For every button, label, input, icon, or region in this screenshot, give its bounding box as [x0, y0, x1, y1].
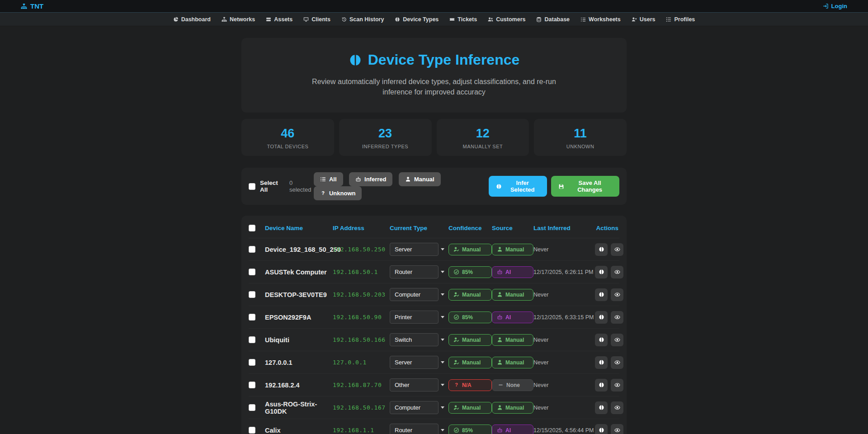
list-icon [320, 176, 326, 182]
confidence-label: Manual [462, 246, 481, 253]
device-name: 127.0.0.1 [265, 359, 333, 366]
view-row-button[interactable] [611, 379, 623, 392]
page-header-card: Device Type Inference Review automatical… [241, 38, 627, 113]
view-row-button[interactable] [611, 311, 623, 324]
confidence-label: Manual [462, 359, 481, 366]
current-type-select[interactable]: Server [390, 356, 439, 369]
current-type-select[interactable]: Switch [390, 333, 439, 346]
sitemap-icon [222, 17, 227, 22]
save-all-changes-button[interactable]: Save All Changes [551, 176, 619, 197]
nav-item-tickets[interactable]: Tickets [449, 16, 477, 23]
nav-item-scan-history[interactable]: Scan History [341, 16, 384, 23]
row-checkbox[interactable] [249, 291, 255, 298]
view-row-button[interactable] [611, 401, 623, 414]
view-row-button[interactable] [611, 266, 623, 278]
device-name: ASUSTek Computer [265, 269, 333, 276]
eye-icon [614, 427, 620, 433]
infer-row-button[interactable] [595, 401, 608, 414]
current-type-select[interactable]: Router [390, 265, 439, 278]
row-checkbox[interactable] [249, 269, 255, 275]
current-type-select[interactable]: Router [390, 424, 439, 434]
row-checkbox[interactable] [249, 382, 255, 388]
row-checkbox[interactable] [249, 336, 255, 343]
row-checkbox[interactable] [249, 404, 255, 411]
infer-row-button[interactable] [595, 334, 608, 346]
devices-table: Device Name IP Address Current Type Conf… [241, 216, 627, 434]
eye-icon [614, 359, 620, 365]
person-icon [405, 176, 411, 182]
filter-button-manual[interactable]: Manual [399, 172, 441, 186]
nav-item-users[interactable]: Users [632, 16, 656, 23]
person-icon [497, 246, 503, 252]
person-check-icon [453, 359, 459, 365]
nav-item-worksheets[interactable]: Worksheets [580, 16, 621, 23]
row-checkbox[interactable] [249, 359, 255, 366]
select-all-label: Select All [260, 179, 285, 193]
current-type-select[interactable]: Computer [390, 288, 439, 301]
col-confidence: Confidence [448, 225, 492, 231]
filter-button-inferred[interactable]: Inferred [349, 172, 392, 186]
check-circle-icon [453, 269, 459, 275]
toolbar-buttons: All Inferred Manual ? Unknown Infer Sele… [314, 172, 619, 200]
infer-row-button[interactable] [595, 424, 608, 434]
nav-item-profiles[interactable]: Profiles [666, 16, 695, 23]
stat-value: 46 [246, 127, 330, 141]
infer-row-button[interactable] [595, 266, 608, 278]
view-row-button[interactable] [611, 334, 623, 346]
infer-row-button[interactable] [595, 288, 608, 301]
current-type-select[interactable]: Other [390, 378, 439, 392]
last-inferred: 12/17/2025, 6:26:11 PM [533, 269, 595, 275]
person-check-icon [453, 405, 459, 410]
source-badge: AI [492, 266, 533, 278]
view-row-button[interactable] [611, 288, 623, 301]
view-row-button[interactable] [611, 356, 623, 369]
nav-item-assets[interactable]: Assets [266, 16, 292, 23]
infer-row-button[interactable] [595, 243, 608, 256]
last-inferred: 12/15/2025, 4:56:44 PM [533, 427, 595, 434]
stat-label: INFERRED TYPES [344, 144, 427, 149]
table-row: Device_192_168_50_250 192.168.50.250 Ser… [249, 238, 619, 261]
brain-icon [599, 337, 604, 343]
type-select-wrap: Server [390, 356, 448, 369]
nav-item-database[interactable]: Database [536, 16, 570, 23]
row-checkbox[interactable] [249, 246, 255, 253]
nav-item-label: Customers [496, 16, 525, 23]
users-icon [488, 17, 493, 22]
top-bar: TNT Login [0, 0, 868, 13]
type-select-wrap: Printer [390, 311, 448, 324]
source-label: AI [505, 314, 511, 321]
login-link[interactable]: Login [823, 3, 847, 9]
filter-button-all[interactable]: All [314, 172, 343, 186]
current-type-select[interactable]: Computer [390, 401, 439, 414]
stat-value: 23 [344, 127, 427, 141]
view-row-button[interactable] [611, 424, 623, 434]
device-name: EPSON292F9A [265, 314, 333, 321]
stat-label: TOTAL DEVICES [246, 144, 330, 149]
brain-icon [599, 359, 604, 365]
header-select-checkbox[interactable] [249, 225, 255, 231]
select-all-checkbox[interactable] [249, 183, 255, 190]
brand-logo[interactable]: TNT [21, 2, 43, 10]
current-type-select[interactable]: Printer [390, 311, 439, 324]
robot-icon [497, 269, 503, 275]
view-row-button[interactable] [611, 243, 623, 256]
current-type-select[interactable]: Server [390, 243, 439, 256]
source-badge: Manual [492, 289, 533, 301]
save-icon [558, 184, 564, 189]
server-icon [266, 17, 271, 22]
row-checkbox[interactable] [249, 314, 255, 321]
filter-button-unknown[interactable]: ? Unknown [314, 186, 362, 200]
infer-selected-button[interactable]: Infer Selected [489, 176, 547, 197]
nav-item-dashboard[interactable]: Dashboard [173, 16, 211, 23]
nav-item-customers[interactable]: Customers [488, 16, 525, 23]
confidence-badge: Manual [448, 244, 492, 255]
infer-row-button[interactable] [595, 311, 608, 324]
source-badge: Manual [492, 244, 533, 255]
infer-row-button[interactable] [595, 356, 608, 369]
row-checkbox[interactable] [249, 427, 255, 434]
filter-label: Manual [414, 176, 434, 183]
nav-item-networks[interactable]: Networks [222, 16, 255, 23]
nav-item-clients[interactable]: Clients [303, 16, 330, 23]
infer-row-button[interactable] [595, 379, 608, 392]
nav-item-device-types[interactable]: Device Types [395, 16, 439, 23]
